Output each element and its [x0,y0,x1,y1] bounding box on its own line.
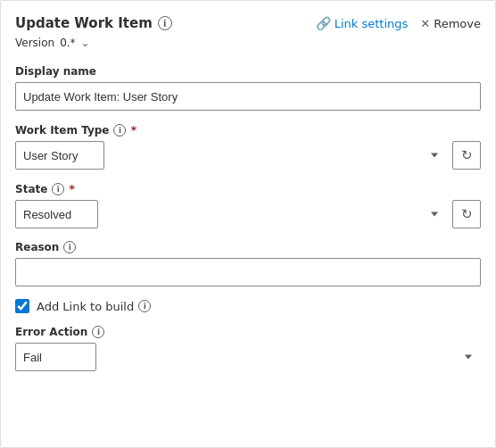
add-link-to-build-checkbox[interactable] [15,299,29,313]
header-left: Update Work Item i [15,15,172,31]
version-label: Version [15,37,54,49]
remove-button[interactable]: ✕ Remove [420,17,481,30]
remove-icon: ✕ [420,17,430,30]
link-settings-icon: 🔗 [316,16,331,30]
display-name-label: Display name [15,65,481,78]
work-item-type-select-container: User Story Bug Task Epic Feature [15,141,447,170]
error-action-group: Error Action i Fail Continue [15,326,481,371]
error-action-select-container: Fail Continue [15,343,481,371]
error-action-info-icon[interactable]: i [92,326,104,338]
work-item-type-group: Work Item Type i * User Story Bug Task E… [15,123,481,170]
display-name-group: Display name [15,65,481,111]
work-item-type-info-icon[interactable]: i [113,124,126,137]
version-value: 0.* [60,37,75,49]
update-work-item-panel: Update Work Item i 🔗 Link settings ✕ Rem… [0,0,496,448]
reason-info-icon[interactable]: i [63,241,76,253]
version-chevron-icon[interactable]: ⌄ [81,37,90,49]
add-link-info-icon[interactable]: i [138,300,151,312]
reason-group: Reason i [15,241,481,286]
state-info-icon[interactable]: i [52,183,64,195]
error-action-label: Error Action i [15,326,481,338]
header-actions: 🔗 Link settings ✕ Remove [316,16,481,30]
work-item-type-refresh-button[interactable]: ↻ [452,141,481,170]
link-settings-button[interactable]: 🔗 Link settings [316,16,409,30]
work-item-type-select-wrapper: User Story Bug Task Epic Feature ↻ [15,141,481,170]
state-group: State i * Resolved Active Closed New ↻ [15,182,481,228]
state-select-container: Resolved Active Closed New [15,200,447,228]
panel-header: Update Work Item i 🔗 Link settings ✕ Rem… [15,15,481,31]
state-required: * [69,182,75,195]
panel-title: Update Work Item [15,15,153,31]
state-label: State i * [15,182,481,195]
title-info-icon[interactable]: i [158,16,172,30]
reason-label: Reason i [15,241,481,253]
reason-input[interactable] [15,258,481,286]
version-row: Version 0.* ⌄ [15,37,481,49]
add-link-to-build-row: Add Link to build i [15,299,481,313]
display-name-input[interactable] [15,82,481,111]
work-item-type-select[interactable]: User Story Bug Task Epic Feature [15,141,104,170]
add-link-to-build-label[interactable]: Add Link to build i [37,300,151,313]
work-item-type-label: Work Item Type i * [15,123,481,137]
work-item-type-required: * [130,123,136,137]
state-select-wrapper: Resolved Active Closed New ↻ [15,200,481,228]
error-action-select[interactable]: Fail Continue [15,343,96,371]
state-select[interactable]: Resolved Active Closed New [15,200,98,228]
state-refresh-button[interactable]: ↻ [452,200,481,228]
